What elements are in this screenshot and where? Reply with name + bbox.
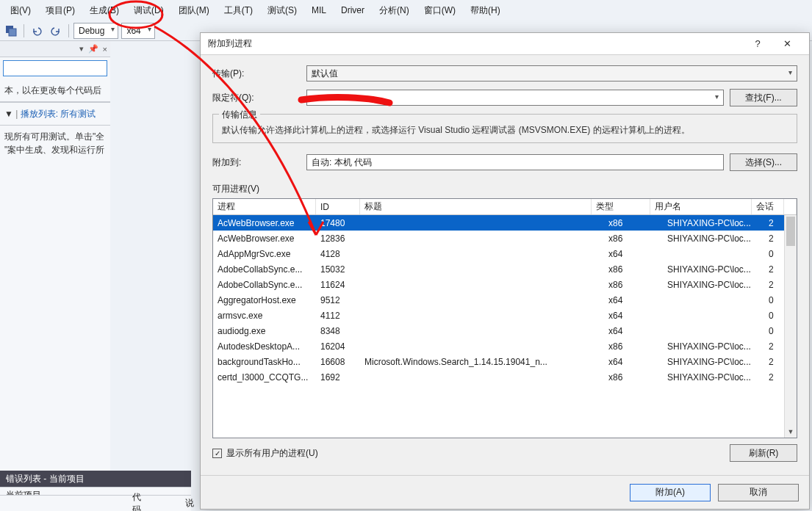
platform-combo[interactable]: x64 xyxy=(121,23,154,39)
cell: x86 xyxy=(604,280,663,290)
table-row[interactable]: AcWebBrowser.exe12836x86SHIYAXING-PC\loc… xyxy=(213,231,797,246)
dialog-titlebar: 附加到进程 ? ✕ xyxy=(201,33,809,55)
close-icon[interactable]: × xyxy=(103,45,107,54)
cell: SHIYAXING-PC\loc... xyxy=(663,264,764,275)
col-session[interactable]: 会话 xyxy=(752,199,784,214)
table-row[interactable]: AggregatorHost.exe9512x640 xyxy=(213,292,797,308)
menu-team[interactable]: 团队(M) xyxy=(171,1,217,20)
cell: x86 xyxy=(604,233,663,244)
qualifier-combo[interactable] xyxy=(306,90,724,106)
hint-text-b: "案中生成、发现和运行所 xyxy=(4,143,106,156)
close-button[interactable]: ✕ xyxy=(772,34,802,54)
menu-build[interactable]: 生成(B) xyxy=(82,1,126,20)
platform-value: x64 xyxy=(126,26,140,36)
errorlist-columns: 代码 说 xyxy=(0,495,191,511)
attach-to-row: 附加到: 自动: 本机 代码 选择(S)... xyxy=(212,153,797,171)
col-code[interactable]: 代码 xyxy=(132,491,141,512)
refresh-button[interactable]: 刷新(R) xyxy=(730,444,797,462)
menu-project[interactable]: 项目(P) xyxy=(38,1,82,20)
cell: AdobeCollabSync.e... xyxy=(213,280,316,290)
transport-combo[interactable]: 默认值 xyxy=(306,65,797,81)
table-row[interactable]: certd_I3000_CCQTG...1692x86SHIYAXING-PC\… xyxy=(213,369,797,385)
cell: AggregatorHost.exe xyxy=(213,295,316,305)
panel-playlist: ▼ | 播放列表: 所有测试 xyxy=(0,102,110,126)
menu-window[interactable]: 窗口(W) xyxy=(417,1,463,20)
dialog-body: 传输(P): 默认值 限定符(Q): 查找(F)... 传输信息 默认传输允许选… xyxy=(201,55,809,475)
cell: x64 xyxy=(604,295,663,305)
redo-icon[interactable] xyxy=(48,23,64,39)
cell: SHIYAXING-PC\loc... xyxy=(663,341,764,352)
col-type[interactable]: 类型 xyxy=(592,199,650,214)
col-title[interactable]: 标题 xyxy=(360,199,592,214)
cell: x64 xyxy=(604,326,663,336)
qualifier-label: 限定符(Q): xyxy=(212,92,301,104)
table-row[interactable]: backgroundTaskHo...16608Microsoft.Window… xyxy=(213,354,797,369)
save-all-icon[interactable] xyxy=(3,23,19,39)
table-row[interactable]: audiodg.exe8348x640 xyxy=(213,323,797,338)
menu-debug[interactable]: 调试(D) xyxy=(126,1,171,20)
scroll-down-icon[interactable]: ▼ xyxy=(785,425,797,438)
menu-help[interactable]: 帮助(H) xyxy=(463,1,508,20)
scroll-thumb[interactable] xyxy=(786,217,795,246)
cell: 8348 xyxy=(316,326,360,336)
col-process[interactable]: 进程 xyxy=(213,199,316,214)
select-button[interactable]: 选择(S)... xyxy=(730,153,797,171)
hint-text: 本，以在更改每个代码后 xyxy=(4,84,106,97)
dropdown-icon[interactable]: ▾ xyxy=(79,44,84,54)
cell: SHIYAXING-PC\loc... xyxy=(663,218,764,228)
cell: AdobeCollabSync.e... xyxy=(213,264,316,275)
menu-driver[interactable]: Driver xyxy=(334,2,372,18)
errorlist-titlebar: 错误列表 - 当前项目 xyxy=(0,471,191,487)
cell: x86 xyxy=(604,372,663,383)
checkbox-box: ✓ xyxy=(212,449,222,458)
table-row[interactable]: AutodeskDesktopA...16204x86SHIYAXING-PC\… xyxy=(213,338,797,354)
chevron-down-icon[interactable]: ▼ xyxy=(4,109,13,119)
menu-mil[interactable]: MIL xyxy=(304,2,334,18)
cell: x64 xyxy=(604,357,663,367)
cell: 4112 xyxy=(316,311,360,321)
playlist-link[interactable]: 播放列表: 所有测试 xyxy=(21,109,96,119)
cell: 9512 xyxy=(316,295,360,305)
attach-button[interactable]: 附加(A) xyxy=(630,484,711,501)
separator xyxy=(24,24,24,37)
cell: 15032 xyxy=(316,264,360,275)
col-scroll xyxy=(784,199,797,214)
undo-icon[interactable] xyxy=(29,23,45,39)
table-row[interactable]: AcWebBrowser.exe17480x86SHIYAXING-PC\loc… xyxy=(213,215,797,231)
transport-label: 传输(P): xyxy=(212,68,301,80)
attach-to-label: 附加到: xyxy=(212,156,301,169)
transport-info-text: 默认传输允许选择此计算机上的进程，或选择运行 Visual Studio 远程调… xyxy=(219,123,791,137)
menu-analyze[interactable]: 分析(N) xyxy=(372,1,417,20)
attach-to-text: 自动: 本机 代码 xyxy=(306,154,724,170)
scrollbar[interactable]: ▲ ▼ xyxy=(784,215,797,438)
cell: x86 xyxy=(604,341,663,352)
table-row[interactable]: AdobeCollabSync.e...11624x86SHIYAXING-PC… xyxy=(213,277,797,292)
menu-tools[interactable]: 工具(T) xyxy=(217,1,260,20)
dialog-footer: 附加(A) 取消 xyxy=(201,475,809,509)
table-row[interactable]: armsvc.exe4112x640 xyxy=(213,308,797,323)
menu-view[interactable]: 图(V) xyxy=(3,1,38,20)
under-list-row: ✓ 显示所有用户的进程(U) 刷新(R) xyxy=(212,444,797,462)
menu-test[interactable]: 测试(S) xyxy=(260,1,304,20)
col-user[interactable]: 用户名 xyxy=(650,199,752,214)
find-button[interactable]: 查找(F)... xyxy=(730,89,797,106)
qualifier-row: 限定符(Q): 查找(F)... xyxy=(212,89,797,106)
table-row[interactable]: AdobeCollabSync.e...15032x86SHIYAXING-PC… xyxy=(213,261,797,277)
cell: 16608 xyxy=(316,357,360,367)
col-id[interactable]: ID xyxy=(316,199,360,214)
process-list[interactable]: 进程 ID 标题 类型 用户名 会话 AcWebBrowser.exe17480… xyxy=(212,198,797,438)
cancel-button[interactable]: 取消 xyxy=(718,484,799,501)
table-row[interactable]: AdAppMgrSvc.exe4128x640 xyxy=(213,246,797,261)
search-input[interactable] xyxy=(3,60,107,76)
config-combo[interactable]: Debug xyxy=(73,23,118,39)
cell: armsvc.exe xyxy=(213,311,316,321)
cell: 1692 xyxy=(316,372,360,383)
cell: x86 xyxy=(604,264,663,275)
col-desc[interactable]: 说 xyxy=(185,497,194,510)
cell: x86 xyxy=(604,218,663,228)
cell: 4128 xyxy=(316,249,360,259)
cell: 12836 xyxy=(316,233,360,244)
help-button[interactable]: ? xyxy=(743,34,772,54)
pin-icon[interactable]: 📌 xyxy=(88,44,98,54)
show-all-users-checkbox[interactable]: ✓ 显示所有用户的进程(U) xyxy=(212,447,318,460)
